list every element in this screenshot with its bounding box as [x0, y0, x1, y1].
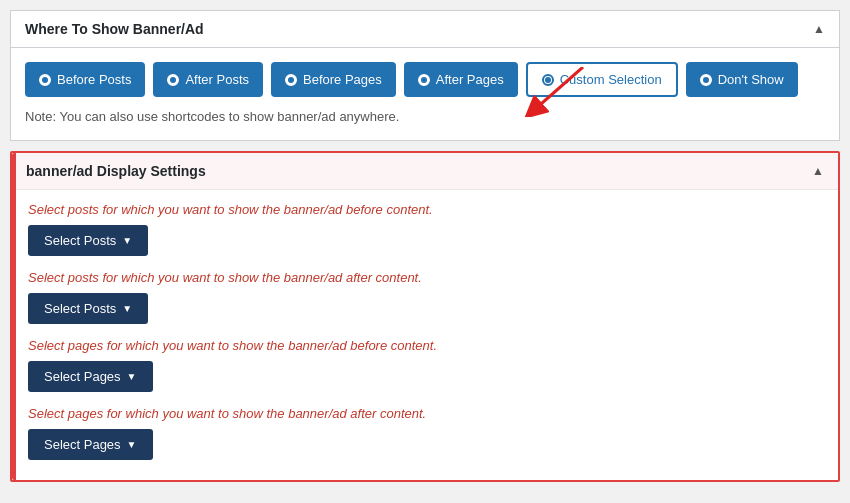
bottom-panel: banner/ad Display Settings ▲ Select post… — [10, 151, 840, 482]
select-btn-label-2: Select Pages — [44, 369, 121, 384]
radio-btn-before-posts[interactable]: Before Posts — [25, 62, 145, 97]
section-label-0: Select posts for which you want to show … — [28, 202, 822, 217]
radio-btn-custom-selection[interactable]: Custom Selection — [526, 62, 678, 97]
radio-btn-after-pages[interactable]: After Pages — [404, 62, 518, 97]
top-panel: Where To Show Banner/Ad ▲ Before PostsAf… — [10, 10, 840, 141]
select-btn-label-3: Select Pages — [44, 437, 121, 452]
radio-label-after-pages: After Pages — [436, 72, 504, 87]
dropdown-arrow-icon-3: ▼ — [127, 439, 137, 450]
bottom-panel-collapse-icon[interactable]: ▲ — [812, 164, 824, 178]
radio-btn-dont-show[interactable]: Don't Show — [686, 62, 798, 97]
select-btn-select-posts-after[interactable]: Select Posts▼ — [28, 293, 148, 324]
select-btn-label-0: Select Posts — [44, 233, 116, 248]
bottom-panel-body: Select posts for which you want to show … — [12, 190, 838, 480]
dropdown-arrow-icon-2: ▼ — [127, 371, 137, 382]
radio-btn-before-pages[interactable]: Before Pages — [271, 62, 396, 97]
top-panel-header: Where To Show Banner/Ad ▲ — [11, 11, 839, 48]
section-label-2: Select pages for which you want to show … — [28, 338, 822, 353]
radio-dot-before-pages — [285, 74, 297, 86]
radio-label-after-posts: After Posts — [185, 72, 249, 87]
radio-label-before-posts: Before Posts — [57, 72, 131, 87]
dropdown-arrow-icon-0: ▼ — [122, 235, 132, 246]
top-panel-body: Before PostsAfter PostsBefore PagesAfter… — [11, 48, 839, 140]
select-btn-select-posts-before[interactable]: Select Posts▼ — [28, 225, 148, 256]
shortcode-note: Note: You can also use shortcodes to sho… — [25, 109, 825, 124]
radio-dot-after-posts — [167, 74, 179, 86]
radio-buttons-row: Before PostsAfter PostsBefore PagesAfter… — [25, 62, 825, 97]
radio-dot-custom-selection — [542, 74, 554, 86]
radio-dot-dont-show — [700, 74, 712, 86]
radio-btn-after-posts[interactable]: After Posts — [153, 62, 263, 97]
select-btn-label-1: Select Posts — [44, 301, 116, 316]
bottom-panel-title: banner/ad Display Settings — [26, 163, 206, 179]
section-label-3: Select pages for which you want to show … — [28, 406, 822, 421]
radio-label-custom-selection: Custom Selection — [560, 72, 662, 87]
dropdown-arrow-icon-1: ▼ — [122, 303, 132, 314]
select-btn-select-pages-before[interactable]: Select Pages▼ — [28, 361, 153, 392]
top-panel-collapse-icon[interactable]: ▲ — [813, 22, 825, 36]
select-btn-select-pages-after[interactable]: Select Pages▼ — [28, 429, 153, 460]
section-label-1: Select posts for which you want to show … — [28, 270, 822, 285]
bottom-panel-header: banner/ad Display Settings ▲ — [12, 153, 838, 190]
radio-label-before-pages: Before Pages — [303, 72, 382, 87]
radio-dot-before-posts — [39, 74, 51, 86]
radio-label-dont-show: Don't Show — [718, 72, 784, 87]
top-panel-title: Where To Show Banner/Ad — [25, 21, 204, 37]
radio-dot-after-pages — [418, 74, 430, 86]
